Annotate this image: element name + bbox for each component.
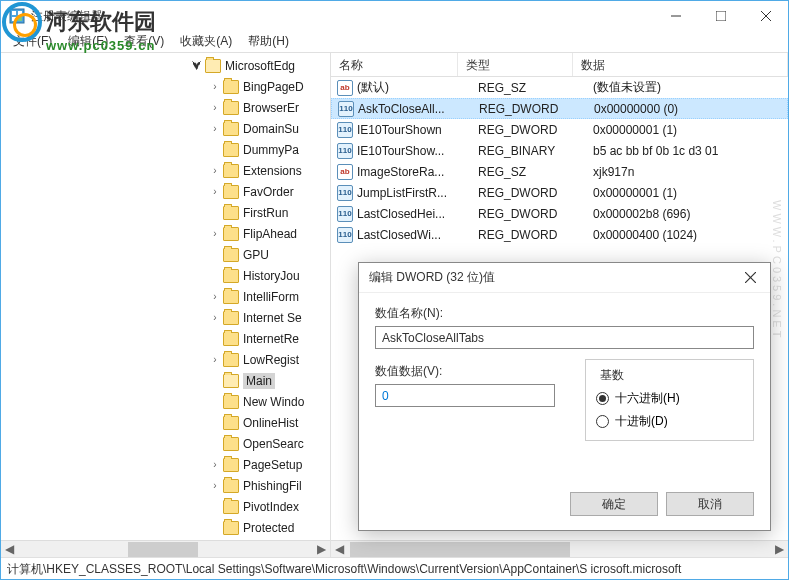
maximize-button[interactable] <box>698 2 743 31</box>
cell-data: b5 ac bb bf 0b 1c d3 01 <box>593 144 718 158</box>
cell-name: ImageStoreRa... <box>357 165 478 179</box>
list-row[interactable]: 110LastClosedHei...REG_DWORD0x000002b8 (… <box>331 203 788 224</box>
chevron-right-icon[interactable] <box>209 438 221 450</box>
value-list[interactable]: ab(默认)REG_SZ(数值未设置)110AskToCloseAll...RE… <box>331 77 788 245</box>
tree-item[interactable]: GPU <box>191 244 330 265</box>
svg-rect-1 <box>12 11 16 15</box>
tree-item[interactable]: ›DomainSu <box>191 118 330 139</box>
chevron-right-icon[interactable]: › <box>209 123 221 135</box>
binary-value-icon: 110 <box>337 227 353 243</box>
col-header-data[interactable]: 数据 <box>573 53 788 76</box>
tree-item-label: IntelliForm <box>243 290 299 304</box>
chevron-right-icon[interactable] <box>209 522 221 534</box>
chevron-right-icon[interactable] <box>209 333 221 345</box>
scroll-right-icon[interactable]: ▶ <box>313 541 330 558</box>
scroll-left-icon[interactable]: ◀ <box>331 541 348 558</box>
tree-item[interactable]: ›FavOrder <box>191 181 330 202</box>
chevron-right-icon[interactable] <box>209 207 221 219</box>
chevron-right-icon[interactable]: › <box>209 81 221 93</box>
cell-data: 0x00000400 (1024) <box>593 228 697 242</box>
chevron-right-icon[interactable]: › <box>209 102 221 114</box>
tree-item-label: Internet Se <box>243 311 302 325</box>
chevron-right-icon[interactable]: › <box>209 480 221 492</box>
tree-item[interactable]: ›LowRegist <box>191 349 330 370</box>
value-name-input[interactable] <box>375 326 754 349</box>
menu-file[interactable]: 文件(F) <box>5 31 60 52</box>
menu-help[interactable]: 帮助(H) <box>240 31 297 52</box>
binary-value-icon: 110 <box>338 101 354 117</box>
tree-item[interactable]: PivotIndex <box>191 496 330 517</box>
tree-item[interactable]: HistoryJou <box>191 265 330 286</box>
scroll-right-icon[interactable]: ▶ <box>771 541 788 558</box>
base-legend: 基数 <box>596 367 628 384</box>
tree-item-label: BingPageD <box>243 80 304 94</box>
scroll-left-icon[interactable]: ◀ <box>1 541 18 558</box>
chevron-right-icon[interactable] <box>209 396 221 408</box>
chevron-right-icon[interactable]: › <box>209 291 221 303</box>
binary-value-icon: 110 <box>337 143 353 159</box>
chevron-right-icon[interactable]: › <box>209 165 221 177</box>
tree-item[interactable]: ›FlipAhead <box>191 223 330 244</box>
list-row[interactable]: 110IE10TourShow...REG_BINARYb5 ac bb bf … <box>331 140 788 161</box>
list-row[interactable]: ab(默认)REG_SZ(数值未设置) <box>331 77 788 98</box>
tree-pane: ⮟MicrosoftEdg›BingPageD›BrowserEr›Domain… <box>1 53 331 557</box>
chevron-right-icon[interactable] <box>209 249 221 261</box>
dialog-close-button[interactable] <box>730 263 770 292</box>
value-data-input[interactable] <box>375 384 555 407</box>
registry-tree[interactable]: ⮟MicrosoftEdg›BingPageD›BrowserEr›Domain… <box>1 53 330 557</box>
chevron-right-icon[interactable] <box>209 270 221 282</box>
folder-icon <box>223 521 239 535</box>
tree-item[interactable]: OpenSearc <box>191 433 330 454</box>
minimize-button[interactable] <box>653 2 698 31</box>
tree-item[interactable]: DummyPa <box>191 139 330 160</box>
tree-item[interactable]: ›Internet Se <box>191 307 330 328</box>
cell-name: IE10TourShow... <box>357 144 478 158</box>
tree-item[interactable]: Protected <box>191 517 330 538</box>
chevron-right-icon[interactable] <box>209 501 221 513</box>
cell-type: REG_DWORD <box>478 186 593 200</box>
cell-type: REG_BINARY <box>478 144 593 158</box>
svg-rect-3 <box>12 17 16 21</box>
chevron-right-icon[interactable]: › <box>209 354 221 366</box>
cancel-button[interactable]: 取消 <box>666 492 754 516</box>
chevron-right-icon[interactable]: › <box>209 459 221 471</box>
tree-item[interactable]: ›Extensions <box>191 160 330 181</box>
tree-item[interactable]: ›BrowserEr <box>191 97 330 118</box>
chevron-right-icon[interactable] <box>209 375 221 387</box>
tree-item[interactable]: ›PhishingFil <box>191 475 330 496</box>
list-row[interactable]: 110AskToCloseAll...REG_DWORD0x00000000 (… <box>331 98 788 119</box>
tree-item[interactable]: ⮟MicrosoftEdg <box>191 55 330 76</box>
chevron-right-icon[interactable] <box>209 144 221 156</box>
tree-item[interactable]: InternetRe <box>191 328 330 349</box>
ok-button[interactable]: 确定 <box>570 492 658 516</box>
maximize-icon <box>716 11 726 21</box>
chevron-right-icon[interactable]: › <box>209 228 221 240</box>
menu-favorites[interactable]: 收藏夹(A) <box>172 31 240 52</box>
svg-rect-4 <box>18 17 22 21</box>
list-row[interactable]: 110IE10TourShownREG_DWORD0x00000001 (1) <box>331 119 788 140</box>
radio-dec[interactable]: 十进制(D) <box>596 413 743 430</box>
chevron-right-icon[interactable]: › <box>209 312 221 324</box>
chevron-down-icon[interactable]: ⮟ <box>191 60 203 72</box>
col-header-name[interactable]: 名称 <box>331 53 458 76</box>
list-row[interactable]: 110LastClosedWi...REG_DWORD0x00000400 (1… <box>331 224 788 245</box>
menu-view[interactable]: 查看(V) <box>116 31 172 52</box>
list-hscrollbar[interactable]: ◀ ▶ <box>331 540 788 557</box>
menu-edit[interactable]: 编辑(E) <box>60 31 116 52</box>
tree-item[interactable]: ›PageSetup <box>191 454 330 475</box>
close-button[interactable] <box>743 2 788 31</box>
tree-item[interactable]: ›BingPageD <box>191 76 330 97</box>
list-row[interactable]: abImageStoreRa...REG_SZxjk917n <box>331 161 788 182</box>
chevron-right-icon[interactable]: › <box>209 186 221 198</box>
tree-item[interactable]: OnlineHist <box>191 412 330 433</box>
tree-item[interactable]: New Windo <box>191 391 330 412</box>
list-row[interactable]: 110JumpListFirstR...REG_DWORD0x00000001 … <box>331 182 788 203</box>
chevron-right-icon[interactable] <box>209 417 221 429</box>
tree-hscrollbar[interactable]: ◀ ▶ <box>1 540 330 557</box>
radio-hex[interactable]: 十六进制(H) <box>596 390 743 407</box>
tree-item[interactable]: Main <box>191 370 330 391</box>
folder-icon <box>223 143 239 157</box>
tree-item[interactable]: FirstRun <box>191 202 330 223</box>
col-header-type[interactable]: 类型 <box>458 53 573 76</box>
tree-item[interactable]: ›IntelliForm <box>191 286 330 307</box>
